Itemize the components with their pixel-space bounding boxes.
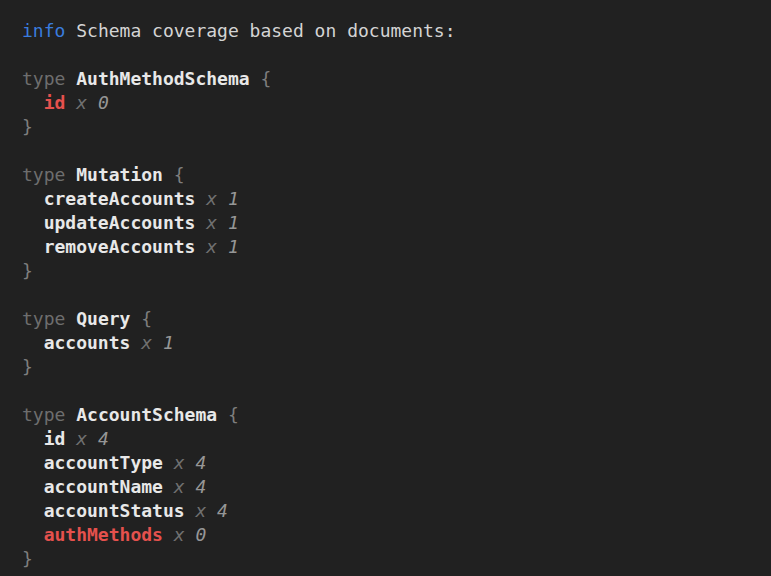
hit-count: 1 <box>228 188 239 209</box>
times-symbol: x <box>206 188 217 209</box>
field-coverage-line: authMethods x 0 <box>22 523 763 547</box>
field-coverage-line: id x 4 <box>22 427 763 451</box>
close-brace: } <box>22 116 33 137</box>
field-coverage-line: id x 0 <box>22 91 763 115</box>
type-keyword: type <box>22 404 65 425</box>
field-name: createAccounts <box>44 188 196 209</box>
open-brace: { <box>174 164 185 185</box>
field-name: id <box>44 92 66 113</box>
type-name: AuthMethodSchema <box>76 68 249 89</box>
open-brace: { <box>260 68 271 89</box>
closing-brace-line: } <box>22 355 763 379</box>
times-symbol: x <box>206 212 217 233</box>
blank-line <box>22 43 763 67</box>
blank-line <box>22 139 763 163</box>
hit-count: 4 <box>98 428 109 449</box>
field-coverage-line: removeAccounts x 1 <box>22 235 763 259</box>
times-symbol: x <box>195 500 206 521</box>
field-coverage-line: accountName x 4 <box>22 475 763 499</box>
open-brace: { <box>141 308 152 329</box>
field-name: accountType <box>44 452 163 473</box>
type-declaration-line: type AuthMethodSchema { <box>22 67 763 91</box>
field-coverage-line: accountStatus x 4 <box>22 499 763 523</box>
closing-brace-line: } <box>22 115 763 139</box>
field-name: removeAccounts <box>44 236 196 257</box>
type-declaration-line: type Query { <box>22 307 763 331</box>
info-line: info Schema coverage based on documents: <box>22 19 763 43</box>
field-name: id <box>44 428 66 449</box>
times-symbol: x <box>76 428 87 449</box>
times-symbol: x <box>76 92 87 113</box>
hit-count: 1 <box>163 332 174 353</box>
type-name: AccountSchema <box>76 404 217 425</box>
closing-brace-line: } <box>22 547 763 571</box>
field-name: accounts <box>44 332 131 353</box>
field-coverage-line: createAccounts x 1 <box>22 187 763 211</box>
blank-line <box>22 379 763 403</box>
hit-count: 0 <box>98 92 109 113</box>
times-symbol: x <box>174 452 185 473</box>
times-symbol: x <box>206 236 217 257</box>
hit-count: 0 <box>195 524 206 545</box>
type-keyword: type <box>22 68 65 89</box>
type-declaration-line: type AccountSchema { <box>22 403 763 427</box>
field-name: accountName <box>44 476 163 497</box>
type-declaration-line: type Mutation { <box>22 163 763 187</box>
hit-count: 4 <box>195 476 206 497</box>
field-name: authMethods <box>44 524 163 545</box>
closing-brace-line: } <box>22 259 763 283</box>
hit-count: 1 <box>228 236 239 257</box>
field-coverage-line: accountType x 4 <box>22 451 763 475</box>
type-name: Mutation <box>76 164 163 185</box>
field-coverage-line: accounts x 1 <box>22 331 763 355</box>
hit-count: 1 <box>228 212 239 233</box>
close-brace: } <box>22 356 33 377</box>
field-name: accountStatus <box>44 500 185 521</box>
open-brace: { <box>228 404 239 425</box>
info-message: Schema coverage based on documents: <box>76 20 455 41</box>
hit-count: 4 <box>217 500 228 521</box>
close-brace: } <box>22 260 33 281</box>
times-symbol: x <box>141 332 152 353</box>
close-brace: } <box>22 548 33 569</box>
field-coverage-line: updateAccounts x 1 <box>22 211 763 235</box>
type-keyword: type <box>22 164 65 185</box>
type-keyword: type <box>22 308 65 329</box>
times-symbol: x <box>174 524 185 545</box>
hit-count: 4 <box>195 452 206 473</box>
blank-line <box>22 283 763 307</box>
info-label: info <box>22 20 65 41</box>
type-name: Query <box>76 308 130 329</box>
terminal-output: info Schema coverage based on documents:… <box>0 0 771 576</box>
times-symbol: x <box>174 476 185 497</box>
field-name: updateAccounts <box>44 212 196 233</box>
